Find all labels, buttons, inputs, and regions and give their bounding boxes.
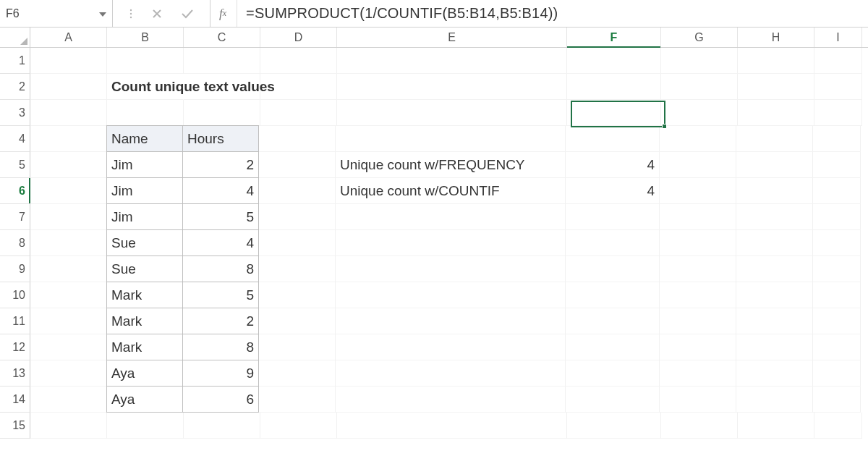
cell-F11[interactable] xyxy=(566,308,660,334)
worksheet[interactable]: A B C D E F G H I 12Count unique text va… xyxy=(0,28,868,456)
cell-H11[interactable] xyxy=(736,308,813,334)
cell-H13[interactable] xyxy=(736,360,813,387)
cell-I11[interactable] xyxy=(813,308,861,334)
cell-D3[interactable] xyxy=(260,100,337,126)
col-header-D[interactable]: D xyxy=(260,28,337,47)
cell-B1[interactable] xyxy=(107,48,184,74)
cell-F1[interactable] xyxy=(567,48,661,74)
cell-H12[interactable] xyxy=(736,334,813,360)
cell-A4[interactable] xyxy=(30,126,107,152)
cell-I8[interactable] xyxy=(813,230,861,256)
cell-B4[interactable]: Name xyxy=(106,125,183,152)
cell-A3[interactable] xyxy=(30,100,107,126)
col-header-E[interactable]: E xyxy=(337,28,567,47)
row-header-3[interactable]: 3 xyxy=(0,100,30,126)
cell-I15[interactable] xyxy=(814,413,862,439)
cell-B12[interactable]: Mark xyxy=(106,334,183,360)
cell-D12[interactable] xyxy=(259,334,336,360)
row-header-6[interactable]: 6 xyxy=(0,178,30,204)
cell-C15[interactable] xyxy=(184,413,260,439)
cell-F7[interactable] xyxy=(566,204,660,230)
cell-H14[interactable] xyxy=(736,387,813,413)
cell-H7[interactable] xyxy=(736,204,813,230)
cell-E1[interactable] xyxy=(337,48,567,74)
cell-C8[interactable]: 4 xyxy=(182,229,259,256)
row-header-9[interactable]: 9 xyxy=(0,256,30,282)
cell-B6[interactable]: Jim xyxy=(106,177,183,204)
cell-E9[interactable] xyxy=(336,256,566,282)
cell-A9[interactable] xyxy=(30,256,107,282)
cell-I14[interactable] xyxy=(813,387,861,413)
cell-D4[interactable] xyxy=(259,126,336,152)
cell-D5[interactable] xyxy=(259,152,336,178)
cell-H4[interactable] xyxy=(736,126,813,152)
cell-H9[interactable] xyxy=(736,256,813,282)
cell-B2[interactable]: Count unique text values xyxy=(107,74,184,100)
cell-B7[interactable]: Jim xyxy=(106,203,183,230)
cell-G13[interactable] xyxy=(660,360,736,387)
cell-G11[interactable] xyxy=(660,308,736,334)
cell-B13[interactable]: Aya xyxy=(106,360,183,387)
cell-G12[interactable] xyxy=(660,334,736,360)
cell-E14[interactable] xyxy=(336,387,566,413)
cell-H2[interactable] xyxy=(738,74,814,100)
cell-A6[interactable] xyxy=(30,178,107,204)
cell-B8[interactable]: Sue xyxy=(106,229,183,256)
cell-I5[interactable] xyxy=(813,152,861,178)
fx-icon[interactable]: fx xyxy=(210,0,237,27)
row-header-12[interactable]: 12 xyxy=(0,334,30,360)
formula-input[interactable]: =SUMPRODUCT(1/COUNTIF(B5:B14,B5:B14)) xyxy=(237,0,868,27)
cell-G5[interactable] xyxy=(660,152,736,178)
cell-C3[interactable] xyxy=(184,100,260,126)
cell-B9[interactable]: Sue xyxy=(106,256,183,282)
cell-C10[interactable]: 5 xyxy=(182,282,259,308)
cell-A5[interactable] xyxy=(30,152,107,178)
cell-I3[interactable] xyxy=(814,100,862,126)
col-header-A[interactable]: A xyxy=(30,28,107,47)
cell-H5[interactable] xyxy=(736,152,813,178)
name-box-dropdown-icon[interactable] xyxy=(99,9,106,19)
cell-A2[interactable] xyxy=(30,74,107,100)
col-header-F[interactable]: F xyxy=(567,28,661,47)
cell-D11[interactable] xyxy=(259,308,336,334)
cell-A12[interactable] xyxy=(30,334,107,360)
col-header-C[interactable]: C xyxy=(184,28,260,47)
col-header-H[interactable]: H xyxy=(738,28,814,47)
cell-I1[interactable] xyxy=(814,48,862,74)
row-header-8[interactable]: 8 xyxy=(0,230,30,256)
cell-F4[interactable] xyxy=(566,126,660,152)
cell-F5[interactable]: 4 xyxy=(566,152,660,178)
cell-G7[interactable] xyxy=(660,204,736,230)
col-header-G[interactable]: G xyxy=(661,28,738,47)
row-header-1[interactable]: 1 xyxy=(0,48,30,74)
cell-D8[interactable] xyxy=(259,230,336,256)
cell-A13[interactable] xyxy=(30,360,107,387)
cell-D10[interactable] xyxy=(259,282,336,308)
cell-F15[interactable] xyxy=(567,413,661,439)
cell-G8[interactable] xyxy=(660,230,736,256)
cell-E15[interactable] xyxy=(337,413,567,439)
cell-C7[interactable]: 5 xyxy=(182,203,259,230)
cell-D1[interactable] xyxy=(260,48,337,74)
cell-C5[interactable]: 2 xyxy=(182,151,259,178)
cell-H6[interactable] xyxy=(736,178,813,204)
expand-icon[interactable] xyxy=(129,8,133,20)
cell-F9[interactable] xyxy=(566,256,660,282)
cell-I13[interactable] xyxy=(813,360,861,387)
cell-E6[interactable]: Unique count w/COUNTIF xyxy=(336,178,566,204)
cell-E2[interactable] xyxy=(337,74,567,100)
cell-E13[interactable] xyxy=(336,360,566,387)
cell-E4[interactable] xyxy=(336,126,566,152)
cell-B3[interactable] xyxy=(107,100,184,126)
cell-A11[interactable] xyxy=(30,308,107,334)
fill-handle[interactable] xyxy=(662,124,667,129)
cell-D15[interactable] xyxy=(260,413,337,439)
cell-A8[interactable] xyxy=(30,230,107,256)
cell-D7[interactable] xyxy=(259,204,336,230)
cell-I7[interactable] xyxy=(813,204,861,230)
cell-E3[interactable] xyxy=(337,100,567,126)
cell-F10[interactable] xyxy=(566,282,660,308)
cell-G1[interactable] xyxy=(661,48,738,74)
cell-D13[interactable] xyxy=(259,360,336,387)
row-header-4[interactable]: 4 xyxy=(0,126,30,152)
